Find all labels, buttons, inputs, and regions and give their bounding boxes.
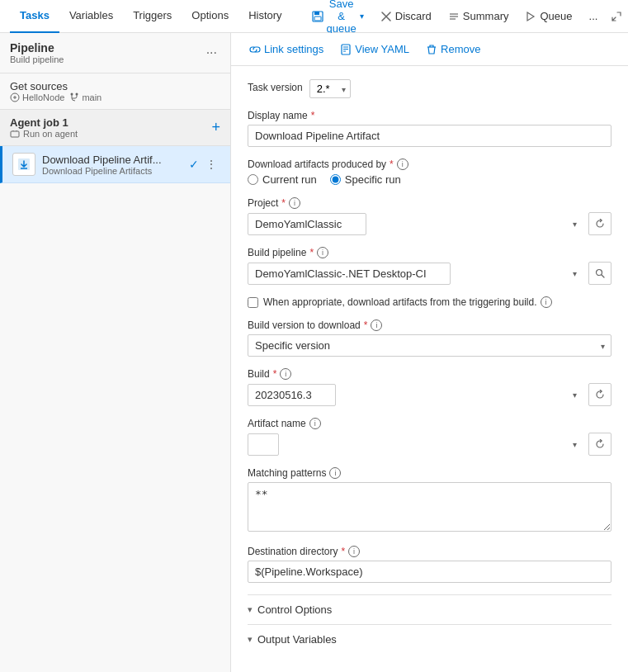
artifact-name-field: Artifact name i ▾	[248, 418, 611, 456]
project-label-text: Project	[248, 197, 278, 209]
pipeline-title: Pipeline	[10, 41, 64, 54]
destination-directory-info-icon[interactable]: i	[348, 546, 360, 557]
pipeline-more-button[interactable]: ···	[203, 44, 220, 62]
get-sources-item[interactable]: Get sources HelloNode	[0, 73, 230, 110]
project-select-chevron: ▾	[573, 220, 577, 229]
expand-button[interactable]	[604, 7, 628, 26]
build-field: Build * i 20230516.3 ▾	[248, 368, 611, 406]
project-refresh-icon	[595, 219, 605, 229]
add-task-button[interactable]: +	[211, 119, 220, 136]
build-select[interactable]: 20230516.3	[248, 384, 336, 406]
download-by-required: *	[390, 159, 394, 170]
link-settings-button[interactable]: Link settings	[244, 40, 328, 59]
right-panel: Link settings View YAML Remove	[231, 33, 628, 672]
tab-variables[interactable]: Variables	[59, 0, 123, 33]
build-pipeline-select[interactable]: DemoYamlClassic-.NET Desktop-CI	[248, 263, 451, 285]
queue-button[interactable]: Queue	[518, 7, 578, 26]
radio-specific-run-label: Specific run	[345, 173, 401, 186]
build-pipeline-search-icon	[595, 268, 605, 278]
project-refresh-button[interactable]	[588, 212, 611, 235]
output-variables-section[interactable]: ▾ Output Variables	[248, 624, 611, 654]
destination-directory-input[interactable]	[248, 561, 611, 583]
svg-line-20	[602, 275, 604, 277]
triggering-build-info-icon[interactable]: i	[541, 296, 552, 308]
task-subtitle: Download Pipeline Artifacts	[42, 166, 182, 176]
matching-patterns-label: Matching patterns i	[248, 467, 611, 479]
summary-label: Summary	[463, 10, 509, 22]
build-pipeline-label-text: Build pipeline	[248, 247, 306, 258]
build-version-label-text: Build version to download	[248, 319, 361, 331]
task-item-download[interactable]: Download Pipeline Artif... Download Pipe…	[0, 146, 230, 183]
task-version-select[interactable]: 2.*	[309, 79, 351, 98]
radio-specific-run-input[interactable]	[330, 174, 341, 185]
build-pipeline-info-icon[interactable]: i	[317, 247, 328, 258]
build-version-select[interactable]: Specific versionLatestLatest from a spec…	[248, 334, 611, 357]
task-verified-icon: ✓	[189, 158, 199, 171]
build-pipeline-chevron: ▾	[573, 269, 577, 278]
matching-patterns-field: Matching patterns i **	[248, 467, 611, 534]
build-select-wrapper: 20230516.3 ▾	[248, 383, 611, 406]
pipeline-subtitle: Build pipeline	[10, 54, 64, 64]
control-options-section[interactable]: ▾ Control Options	[248, 594, 611, 624]
destination-directory-field: Destination directory * i	[248, 546, 611, 583]
build-version-label: Build version to download * i	[248, 319, 611, 331]
right-panel-content: Task version 2.* ▾ Display name * Downlo…	[231, 66, 628, 667]
project-info-icon[interactable]: i	[289, 197, 300, 209]
matching-patterns-info-icon[interactable]: i	[329, 467, 341, 479]
display-name-input[interactable]	[248, 125, 611, 147]
build-version-info-icon[interactable]: i	[371, 319, 382, 331]
artifact-name-chevron: ▾	[573, 440, 577, 449]
display-name-label: Display name *	[248, 110, 611, 121]
pipeline-info: Pipeline Build pipeline	[10, 41, 64, 64]
agent-job-title: Agent job 1	[10, 116, 78, 129]
svg-marker-6	[527, 12, 534, 21]
build-refresh-button[interactable]	[588, 383, 611, 406]
build-label: Build * i	[248, 368, 611, 380]
artifact-name-label: Artifact name i	[248, 418, 611, 429]
radio-current-run[interactable]: Current run	[248, 173, 317, 186]
artifact-name-refresh-button[interactable]	[588, 433, 611, 456]
artifact-name-select[interactable]	[248, 433, 279, 456]
build-info-icon[interactable]: i	[280, 368, 291, 380]
matching-patterns-textarea[interactable]: **	[248, 482, 611, 532]
tab-tasks[interactable]: Tasks	[10, 0, 59, 33]
task-more-button[interactable]: ⋮	[202, 156, 220, 173]
matching-patterns-label-text: Matching patterns	[248, 467, 326, 479]
task-actions: ✓ ⋮	[189, 156, 220, 173]
artifact-name-info-icon[interactable]: i	[309, 418, 321, 429]
agent-icon	[10, 129, 20, 139]
project-select[interactable]: DemoYamlClassic	[248, 213, 366, 235]
build-version-select-wrapper: Specific versionLatestLatest from a spec…	[248, 334, 611, 357]
git-icon	[10, 92, 20, 102]
left-panel: Pipeline Build pipeline ··· Get sources …	[0, 33, 231, 672]
build-pipeline-search-button[interactable]	[588, 262, 611, 285]
discard-button[interactable]: Discard	[374, 7, 438, 26]
download-artifact-icon	[17, 157, 31, 172]
radio-current-run-input[interactable]	[248, 174, 258, 185]
view-yaml-button[interactable]: View YAML	[335, 40, 414, 59]
artifact-name-refresh-icon	[595, 439, 605, 449]
triggering-build-checkbox-row: When appropriate, download artifacts fro…	[248, 296, 611, 308]
pipeline-header: Pipeline Build pipeline ···	[0, 33, 230, 73]
download-by-label: Download artifacts produced by * i	[248, 159, 611, 170]
more-button[interactable]: ...	[583, 7, 605, 26]
save-queue-dropdown-icon: ▾	[360, 12, 364, 21]
link-settings-label: Link settings	[264, 43, 323, 55]
summary-button[interactable]: Summary	[441, 7, 516, 26]
tab-history[interactable]: History	[238, 0, 291, 33]
tab-triggers[interactable]: Triggers	[123, 0, 182, 33]
download-by-label-text: Download artifacts produced by	[248, 159, 386, 170]
project-label: Project * i	[248, 197, 611, 209]
download-by-info-icon[interactable]: i	[397, 159, 408, 170]
get-sources-title: Get sources	[10, 80, 220, 92]
triggering-build-label[interactable]: When appropriate, download artifacts fro…	[263, 296, 552, 308]
radio-specific-run[interactable]: Specific run	[330, 173, 401, 186]
top-nav: Tasks Variables Triggers Options History…	[0, 0, 628, 33]
discard-label: Discard	[395, 10, 432, 22]
output-variables-label: Output Variables	[257, 633, 337, 646]
triggering-build-checkbox[interactable]	[248, 297, 258, 308]
build-refresh-icon	[595, 390, 605, 400]
tab-options[interactable]: Options	[182, 0, 238, 33]
remove-button[interactable]: Remove	[421, 40, 485, 59]
triggering-build-label-text: When appropriate, download artifacts fro…	[263, 296, 537, 308]
